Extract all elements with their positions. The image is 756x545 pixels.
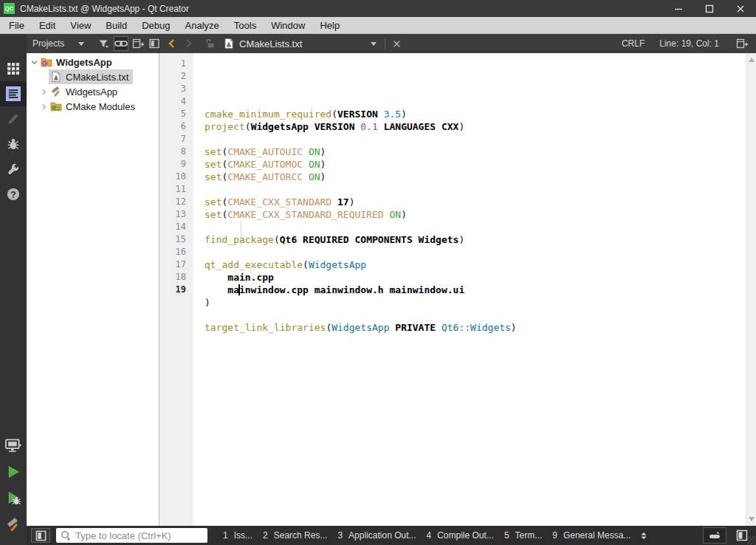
menu-help[interactable]: Help — [312, 17, 347, 33]
code-line-19[interactable] — [205, 334, 746, 346]
menu-edit[interactable]: Edit — [32, 17, 63, 33]
toggle-progress-details-button[interactable] — [703, 527, 726, 544]
tree-item-label: CMake Modules — [66, 101, 135, 112]
maximize-button[interactable] — [694, 0, 725, 17]
menu-build[interactable]: Build — [98, 17, 134, 33]
go-back-button[interactable] — [164, 36, 180, 51]
mode-welcome-button[interactable] — [0, 56, 27, 81]
code-line-8[interactable]: set(CMAKE_CXX_STANDARD 17) — [205, 196, 746, 208]
line-number: 1 — [159, 58, 186, 70]
code-line-6[interactable]: set(CMAKE_AUTORCC ON) — [205, 171, 746, 183]
edit-icon — [6, 86, 21, 101]
menu-window[interactable]: Window — [264, 17, 312, 33]
close-pane-button[interactable] — [148, 36, 160, 51]
tree-expander-icon[interactable] — [38, 88, 49, 96]
code-line-13[interactable]: qt_add_executable(WidgetsApp — [205, 258, 746, 271]
code-editor[interactable]: 12345678910111213141516171819 cmake_mini… — [159, 53, 756, 526]
sync-with-editor-button[interactable] — [114, 36, 128, 51]
line-number: 5 — [159, 108, 186, 120]
output-pane-button-1[interactable]: 1Iss... — [218, 526, 258, 545]
mode-design-button[interactable] — [0, 106, 27, 131]
menu-tools[interactable]: Tools — [227, 17, 264, 33]
eol-indicator[interactable]: CRLF — [622, 38, 645, 49]
output-pane-manager-button[interactable] — [639, 530, 649, 541]
menu-file[interactable]: File — [1, 17, 32, 33]
projects-pane-dropdown-icon[interactable] — [78, 42, 84, 46]
code-line-5[interactable]: set(CMAKE_AUTOMOC ON) — [205, 158, 746, 171]
vertical-scrollbar[interactable] — [746, 53, 756, 526]
file-lock-button[interactable] — [202, 36, 219, 51]
build-button[interactable] — [0, 513, 27, 538]
code-line-4[interactable]: set(CMAKE_AUTOUIC ON) — [205, 145, 746, 158]
close-icon — [735, 3, 746, 15]
close-button[interactable] — [725, 0, 756, 17]
welcome-icon — [7, 62, 20, 75]
code-line-9[interactable]: set(CMAKE_CXX_STANDARD_REQUIRED ON) — [205, 208, 746, 221]
line-number: 14 — [159, 221, 186, 233]
pane-label: Compile Out... — [437, 530, 494, 541]
resize-grip[interactable] — [747, 536, 756, 545]
code-line-17[interactable] — [205, 309, 746, 321]
line-number: 9 — [159, 158, 186, 171]
mode-debug-button[interactable] — [0, 131, 27, 157]
output-pane-button-9[interactable]: 9General Messa... — [547, 526, 636, 545]
scroll-up-icon[interactable] — [749, 58, 755, 62]
document-dropdown-button[interactable] — [365, 36, 382, 51]
mode-edit-button[interactable] — [0, 81, 27, 106]
split-editor-button[interactable] — [734, 36, 750, 51]
help-icon: ? — [7, 188, 20, 201]
code-line-18[interactable]: target_link_libraries(WidgetsApp PRIVATE… — [205, 321, 746, 334]
code-line-12[interactable] — [205, 246, 746, 258]
tree-item-cmakelists-txt[interactable]: CMakeLists.txt — [27, 69, 159, 84]
minimize-button[interactable] — [663, 0, 694, 17]
line-number: 2 — [159, 70, 186, 83]
mode-help-button[interactable]: ? — [0, 182, 27, 207]
code-line-1[interactable]: cmake_minimum_required(VERSION 3.5) — [205, 108, 746, 120]
code-line-3[interactable] — [205, 133, 746, 145]
line-number: 7 — [159, 133, 186, 145]
line-number: 10 — [159, 171, 186, 183]
locator-box[interactable] — [56, 528, 207, 543]
output-pane-button-4[interactable]: 4Compile Out... — [422, 526, 499, 545]
projects-pane-title[interactable]: Projects — [32, 38, 64, 49]
build-icon — [5, 517, 21, 533]
cursor-position-indicator[interactable]: Line: 19, Col: 1 — [659, 38, 719, 49]
menu-analyze[interactable]: Analyze — [178, 17, 227, 33]
code-line-14[interactable]: main.cpp — [205, 271, 746, 284]
open-document-tab[interactable]: CMakeLists.txt — [239, 38, 302, 49]
code-line-11[interactable]: find_package(Qt6 REQUIRED COMPONENTS Wid… — [205, 233, 746, 246]
menu-debug[interactable]: Debug — [134, 17, 177, 33]
cmake-file-icon — [50, 71, 62, 83]
pane-number: 9 — [552, 530, 557, 541]
run-debug-button[interactable] — [0, 485, 27, 510]
code-line-16[interactable]: ) — [205, 296, 746, 309]
separator — [385, 38, 385, 49]
run-button[interactable] — [0, 459, 27, 484]
code-area[interactable]: cmake_minimum_required(VERSION 3.5)proje… — [193, 53, 746, 526]
code-line-10[interactable] — [205, 221, 746, 233]
locator-input[interactable] — [75, 530, 201, 541]
go-forward-button[interactable] — [180, 36, 196, 51]
code-line-2[interactable]: project(WidgetsApp VERSION 0.1 LANGUAGES… — [205, 120, 746, 133]
modules-folder-icon — [50, 100, 62, 112]
pane-label: Search Res... — [274, 530, 328, 541]
tree-item-widgetsapp[interactable]: WidgetsApp — [27, 55, 159, 69]
tree-item-cmake-modules[interactable]: CMake Modules — [27, 99, 159, 114]
output-pane-button-5[interactable]: 5Term... — [499, 526, 547, 545]
toggle-left-sidebar-button[interactable] — [31, 528, 50, 543]
code-line-7[interactable] — [205, 183, 746, 196]
lock-open-icon — [205, 38, 216, 49]
output-pane-button-3[interactable]: 3Application Out... — [332, 526, 421, 545]
kit-selector-button[interactable] — [0, 433, 27, 458]
scroll-down-icon[interactable] — [749, 517, 755, 521]
tree-expander-icon[interactable] — [38, 103, 49, 111]
filter-button[interactable] — [97, 36, 110, 51]
close-document-button[interactable] — [388, 36, 405, 51]
code-line-15[interactable]: mainwindow.cpp mainwindow.h mainwindow.u… — [205, 284, 746, 296]
tree-expander-icon[interactable] — [29, 58, 39, 66]
tree-item-widgetsapp[interactable]: WidgetsApp — [27, 84, 159, 99]
output-pane-button-2[interactable]: 2Search Res... — [258, 526, 332, 545]
mode-projects-button[interactable] — [0, 157, 27, 182]
split-pane-button[interactable] — [132, 36, 145, 51]
menu-view[interactable]: View — [63, 17, 98, 33]
